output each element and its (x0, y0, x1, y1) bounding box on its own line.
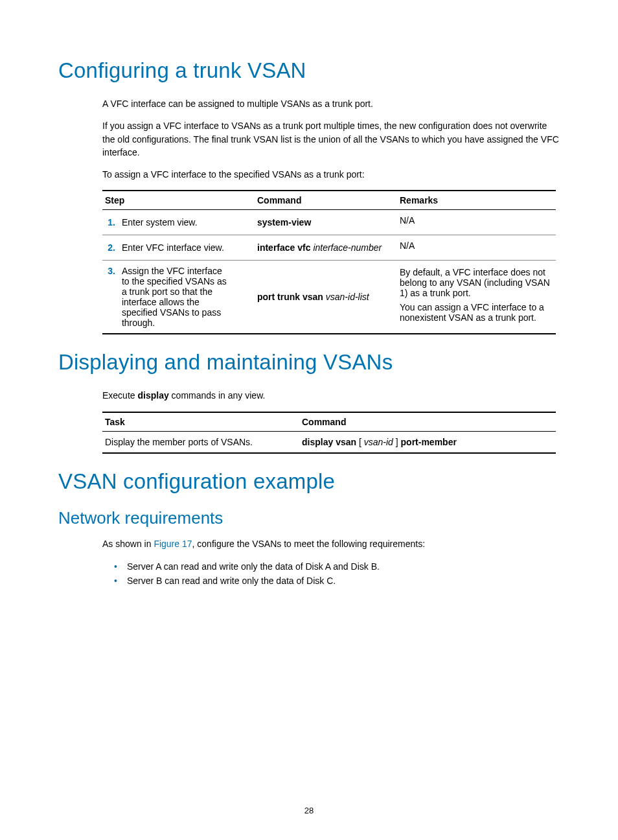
step-number: 2. (105, 242, 119, 253)
paragraph: A VFC interface can be assigned to multi… (102, 97, 560, 110)
table-header-task: Task (102, 412, 299, 432)
list-item: Server B can read and write only the dat… (102, 574, 560, 588)
figure-link[interactable]: Figure 17 (154, 539, 192, 549)
table-header-command: Command (255, 191, 397, 210)
page-number: 28 (0, 806, 618, 815)
table-header-remarks: Remarks (397, 191, 556, 210)
heading-configuring-trunk-vsan: Configuring a trunk VSAN (58, 58, 560, 83)
paragraph: As shown in Figure 17, configure the VSA… (102, 537, 560, 550)
task-cell: Display the member ports of VSANs. (102, 431, 299, 453)
step-number: 1. (105, 217, 119, 228)
paragraph: If you assign a VFC interface to VSANs a… (102, 119, 560, 159)
paragraph: To assign a VFC interface to the specifi… (102, 168, 560, 181)
step-description: Enter system view. (122, 217, 232, 228)
command-cell: interface vfc interface-number (255, 235, 397, 261)
subheading-network-requirements: Network requirements (58, 508, 560, 528)
table-row: 2. Enter VFC interface view. interface v… (102, 235, 556, 261)
remarks-cell: By default, a VFC interface does not bel… (397, 261, 556, 334)
requirements-list: Server A can read and write only the dat… (102, 559, 560, 588)
table-row: 3. Assign the VFC interface to the speci… (102, 261, 556, 334)
table-header-command: Command (299, 412, 556, 432)
trunk-vsan-steps-table: Step Command Remarks 1. Enter system vie… (102, 190, 556, 334)
command-cell: port trunk vsan vsan-id-list (255, 261, 397, 334)
heading-vsan-config-example: VSAN configuration example (58, 469, 560, 494)
display-commands-table: Task Command Display the member ports of… (102, 412, 556, 454)
paragraph: Execute display commands in any view. (102, 389, 560, 402)
list-item: Server A can read and write only the dat… (102, 559, 560, 574)
heading-displaying-maintaining-vsans: Displaying and maintaining VSANs (58, 350, 560, 375)
command-cell: display vsan [ vsan-id ] port-member (299, 431, 556, 453)
table-header-step: Step (102, 191, 255, 210)
remarks-cell: N/A (397, 210, 556, 235)
step-description: Enter VFC interface view. (122, 242, 232, 253)
table-row: Display the member ports of VSANs. displ… (102, 431, 556, 453)
command-cell: system-view (255, 210, 397, 235)
step-description: Assign the VFC interface to the specifie… (122, 266, 232, 328)
step-number: 3. (105, 266, 119, 276)
remarks-cell: N/A (397, 235, 556, 261)
table-row: 1. Enter system view. system-view N/A (102, 210, 556, 235)
